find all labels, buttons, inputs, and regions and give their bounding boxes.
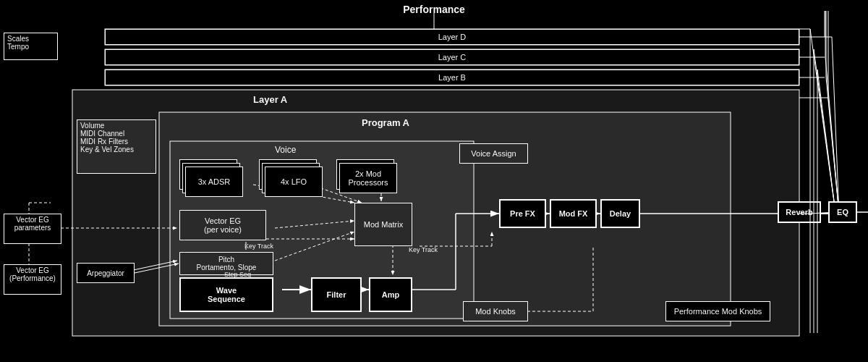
- filter-label: Filter: [327, 290, 346, 299]
- vector-eg-per-voice-label: Vector EG (per voice): [204, 216, 242, 234]
- svg-line-56: [810, 29, 835, 212]
- layer-c-box: Layer C: [105, 49, 799, 65]
- step-seq-label: Step Seq: [224, 271, 251, 278]
- scales-tempo-box: Scales Tempo: [4, 33, 58, 60]
- layer-b-box: Layer B: [105, 70, 799, 85]
- delay-box: Delay: [600, 199, 640, 228]
- lfo-label: 4x LFO: [281, 177, 307, 186]
- vector-eg-performance-box: Vector EG (Performance): [4, 264, 61, 295]
- pre-fx-label: Pre FX: [510, 209, 535, 218]
- arpeggiator-box: Arpeggiator: [77, 263, 135, 283]
- mod-proc-box-1: 2x Mod Processors: [339, 163, 397, 193]
- adsr-box-1: 3x ADSR: [185, 167, 243, 197]
- svg-line-58: [817, 70, 835, 212]
- vector-eg-per-voice-box: Vector EG (per voice): [179, 210, 266, 240]
- svg-line-17: [826, 77, 839, 214]
- mod-fx-label: Mod FX: [559, 209, 588, 218]
- voice-assign-label: Voice Assign: [471, 149, 516, 158]
- volume-midi-box: Volume MIDI Channel MIDI Rx Filters Key …: [77, 119, 156, 174]
- performance-mod-knobs-label: Performance Mod Knobs: [674, 307, 762, 316]
- key-track-2-label: Key Track: [409, 246, 438, 253]
- mod-fx-box: Mod FX: [550, 199, 597, 228]
- diagram: Performance Layer D Layer C Layer B Laye…: [0, 0, 868, 362]
- amp-label: Amp: [382, 290, 399, 299]
- vector-eg-params-box: Vector EG parameters: [4, 214, 61, 244]
- layer-a-title: Layer A: [253, 94, 287, 105]
- layer-d-label: Layer D: [438, 33, 467, 41]
- layer-b-label: Layer B: [438, 73, 466, 82]
- svg-line-34: [275, 232, 354, 261]
- eq-box-final: EQ: [828, 201, 857, 223]
- wave-sequence-label: Wave Sequence: [208, 286, 245, 303]
- svg-line-16: [825, 57, 839, 214]
- reverb-label: Reverb: [786, 208, 812, 216]
- layer-d-box: Layer D: [105, 29, 799, 45]
- svg-line-18: [828, 98, 839, 214]
- svg-line-57: [814, 49, 835, 212]
- voice-title: Voice: [275, 145, 296, 155]
- mod-matrix-label: Mod Matrix: [364, 220, 403, 229]
- pitch-label: Pitch Portamento, Slope: [197, 256, 257, 272]
- performance-mod-knobs-box: Performance Mod Knobs: [665, 301, 770, 321]
- program-a-title: Program A: [362, 117, 409, 128]
- mod-knobs-box: Mod Knobs: [463, 301, 528, 321]
- wave-sequence-box: Wave Sequence: [179, 277, 273, 312]
- amp-box: Amp: [369, 277, 412, 312]
- arpeggiator-label: Arpeggiator: [87, 269, 124, 277]
- key-track-1-label: Key Track: [244, 243, 273, 250]
- lfo-box-1: 4x LFO: [265, 167, 323, 197]
- pre-fx-box: Pre FX: [499, 199, 546, 228]
- adsr-label: 3x ADSR: [198, 177, 231, 186]
- voice-assign-box: Voice Assign: [459, 143, 528, 164]
- delay-label: Delay: [610, 209, 631, 218]
- eq-final-label: EQ: [837, 208, 848, 216]
- mod-proc-label: 2x Mod Processors: [348, 169, 388, 187]
- performance-title: Performance: [0, 4, 868, 15]
- svg-line-62: [135, 264, 179, 273]
- mod-matrix-box: Mod Matrix: [354, 203, 412, 246]
- layer-c-label: Layer C: [438, 53, 467, 62]
- mod-knobs-label: Mod Knobs: [475, 307, 516, 316]
- filter-box: Filter: [311, 277, 362, 312]
- reverb-box: Reverb: [778, 201, 821, 223]
- svg-line-15: [832, 37, 839, 214]
- svg-line-33: [275, 221, 354, 228]
